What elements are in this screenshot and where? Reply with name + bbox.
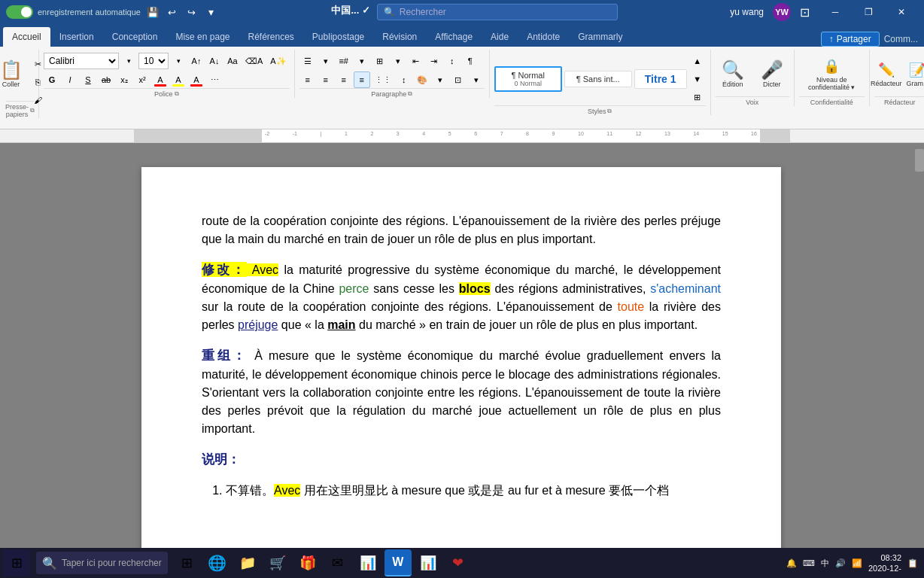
presse-expand[interactable]: ⧉ [30,107,35,114]
app11-button[interactable]: ❤ [445,549,472,576]
style-sans-int[interactable]: ¶ Sans int... [564,71,632,87]
excel-button[interactable]: 📊 [354,549,381,576]
store-button[interactable]: 🛒 [264,549,291,576]
user-avatar[interactable]: YW [773,3,791,21]
tab-affichage[interactable]: Affichage [426,27,482,47]
more-button[interactable]: ▾ [204,5,219,20]
comment-button[interactable]: Comm... [884,34,918,44]
underline-button[interactable]: S [80,71,96,88]
sort-button[interactable]: ↕ [444,53,460,69]
superscript-button[interactable]: x² [134,71,150,88]
word-button[interactable]: W [384,549,412,576]
text-effects-button[interactable]: A✨ [267,53,289,69]
scrollbar-thumb[interactable] [915,149,924,172]
minimize-button[interactable]: ─ [819,0,852,24]
outline-button[interactable]: ⊞ [372,53,388,69]
font-family-select[interactable]: Calibri [44,53,119,69]
taskbar-search[interactable]: 🔍 Taper ici pour rechercher [36,552,168,574]
bullets-button[interactable]: ☰ [299,53,316,69]
font-color-button[interactable]: A [152,71,169,88]
decrease-font-button[interactable]: A↓ [206,53,223,69]
confidentialite-button[interactable]: 🔒 Niveau de confidentialité ▾ [799,53,865,96]
tab-antidote[interactable]: Antidote [518,27,569,47]
undo-button[interactable]: ↩ [165,5,180,20]
bold-button[interactable]: G [44,71,60,88]
change-case-button[interactable]: Aa [224,53,241,69]
ruler: -2-1|12345678910111213141516 [0,129,924,143]
font-family-expand[interactable]: ▾ [120,53,137,69]
edge-button[interactable]: 🌐 [204,549,231,576]
share-button[interactable]: ↑ Partager [821,32,880,47]
font-size-expand[interactable]: ▾ [170,53,187,69]
highlight-button[interactable]: A [170,71,187,88]
line-spacing-button[interactable]: ↕ [396,71,412,88]
show-hide-button[interactable]: ¶ [462,53,479,69]
taskbar-notification-center[interactable]: 📋 [907,558,918,568]
close-button[interactable]: ✕ [885,0,918,24]
para1-text: route de la coopération conjointe des ré… [202,214,721,245]
tab-conception[interactable]: Conception [103,27,167,47]
tab-grammarly[interactable]: Grammarly [569,27,631,47]
mail-button[interactable]: ✉ [324,549,351,576]
redo-button[interactable]: ↪ [184,5,199,20]
styles-more[interactable]: ⊞ [689,89,706,105]
style-titre1[interactable]: Titre 1 [634,69,687,89]
columns-button[interactable]: ⋮⋮ [372,71,394,88]
indent-decrease[interactable]: ⇤ [408,53,424,69]
strikethrough-button[interactable]: ab [98,71,114,88]
bullets-expand[interactable]: ▾ [318,53,334,69]
align-left[interactable]: ≡ [299,71,316,88]
border-expand[interactable]: ▾ [468,71,485,88]
align-right[interactable]: ≡ [336,71,352,88]
gram-button[interactable]: 📝 Gram... [905,53,924,96]
increase-font-button[interactable]: A↑ [188,53,205,69]
taskbar-ime[interactable]: 中 [821,558,829,569]
tab-revision[interactable]: Révision [373,27,426,47]
align-center[interactable]: ≡ [318,71,334,88]
tab-publipostage[interactable]: Publipostage [303,27,373,47]
edition-button[interactable]: 🔍 Édition [716,53,750,96]
border-button[interactable]: ⊡ [450,71,467,88]
tab-mise-en-page[interactable]: Mise en page [166,27,239,47]
style-normal[interactable]: ¶ Normal 0 Normal [494,66,562,92]
styles-expand[interactable]: ⧉ [607,108,612,115]
tab-accueil[interactable]: Accueil [3,27,50,47]
group-police: Calibri ▾ 10,5 ▾ A↑ A↓ Aa ⌫A A✨ G I S [39,50,295,98]
tab-insertion[interactable]: Insertion [50,27,103,47]
numbering-button[interactable]: ≡# [336,53,352,69]
start-button[interactable]: ⊞ [3,549,30,576]
clear-format-button[interactable]: ⌫A [242,53,266,69]
styles-up[interactable]: ▲ [689,53,706,69]
subscript-button[interactable]: x₂ [116,71,132,88]
align-justify[interactable]: ≡ [354,71,370,88]
italic-button[interactable]: I [62,71,78,88]
more-font-button[interactable]: ⋯ [206,71,223,88]
tab-references[interactable]: Références [239,27,302,47]
shading-expand[interactable]: ▾ [432,71,448,88]
redacteur-button[interactable]: ✏️ Rédacteur [870,53,903,96]
powerpoint-button[interactable]: 📊 [415,549,442,576]
coller-button[interactable]: 📋 Coller [0,53,29,96]
display-mode-button[interactable]: ⊡ [800,5,810,20]
outline-expand[interactable]: ▾ [390,53,406,69]
taskbar-volume[interactable]: 🔊 [835,558,846,568]
share-icon: ↑ [829,34,834,44]
styles-down[interactable]: ▼ [689,71,706,87]
tab-aide[interactable]: Aide [482,27,518,47]
save-button[interactable]: 💾 [145,5,160,20]
font-size-select[interactable]: 10,5 [138,53,169,69]
explorer-button[interactable]: 📁 [234,549,261,576]
dicter-button[interactable]: 🎤 Dicter [755,53,789,96]
indent-increase[interactable]: ⇥ [426,53,442,69]
autosave-toggle[interactable] [6,5,33,19]
app5-button[interactable]: 🎁 [294,549,321,576]
task-view-button[interactable]: ⊞ [174,549,201,576]
highlight2-button[interactable]: A [188,71,205,88]
para-expand[interactable]: ⧉ [408,90,412,98]
doc-area[interactable]: route de la coopération conjointe des ré… [0,143,924,578]
restore-button[interactable]: ❐ [852,0,885,24]
shading-button[interactable]: 🎨 [414,71,430,88]
numbering-expand[interactable]: ▾ [354,53,370,69]
police-expand[interactable]: ⧉ [175,90,179,98]
search-box[interactable]: 🔍 Rechercher [377,4,618,20]
